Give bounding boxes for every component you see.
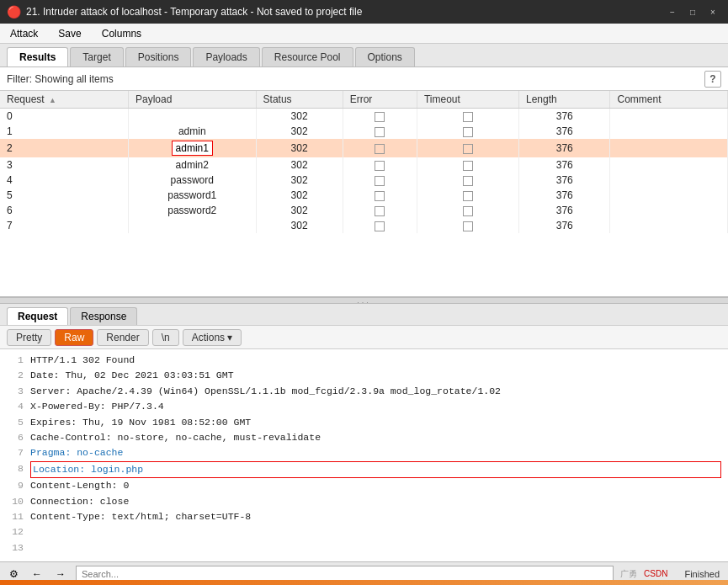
code-line: 5Expires: Thu, 19 Nov 1981 08:52:00 GMT	[7, 415, 721, 430]
tab-target[interactable]: Target	[70, 47, 123, 66]
cell-timeout	[417, 139, 518, 157]
cell-status: 302	[256, 203, 343, 218]
csdn-label: CSDN	[644, 569, 667, 578]
cell-timeout	[417, 203, 518, 218]
menu-attack[interactable]: Attack	[5, 26, 43, 41]
cell-request-id: 5	[0, 188, 128, 203]
top-panel: Results Target Positions Payloads Resour…	[0, 44, 728, 297]
menu-columns[interactable]: Columns	[97, 26, 146, 41]
table-row[interactable]: 6password2302376	[0, 203, 728, 218]
table-row[interactable]: 5password1302376	[0, 188, 728, 203]
tab-results[interactable]: Results	[7, 47, 68, 66]
table-row[interactable]: 3admin2302376	[0, 157, 728, 173]
table-row[interactable]: 4password302376	[0, 173, 728, 188]
table-row[interactable]: 2admin1302376	[0, 139, 728, 157]
filter-bar: Filter: Showing all items ?	[0, 67, 728, 91]
code-line: 12	[7, 524, 721, 540]
cell-length: 376	[518, 139, 610, 157]
req-tab-response[interactable]: Response	[70, 307, 137, 325]
status-right: 广勇 CSDN	[620, 568, 667, 580]
code-line: 4X-Powered-By: PHP/7.3.4	[7, 399, 721, 414]
cell-payload	[128, 218, 256, 233]
cell-comment	[610, 218, 728, 233]
cell-length: 376	[518, 109, 610, 125]
cell-error	[343, 139, 417, 157]
finished-label: Finished	[681, 569, 723, 579]
code-line: 10Connection: close	[7, 494, 721, 509]
progress-bar	[0, 580, 728, 585]
subtab-pretty[interactable]: Pretty	[7, 329, 51, 346]
cell-payload: admin1	[128, 139, 256, 157]
maximize-button[interactable]: □	[684, 5, 701, 19]
cell-timeout	[417, 218, 518, 233]
table-row[interactable]: 7302376	[0, 218, 728, 233]
watermark-text: 广勇	[620, 568, 637, 580]
title-bar: 🔴 21. Intruder attack of localhost - Tem…	[0, 0, 728, 24]
col-error: Error	[343, 91, 417, 109]
cell-comment	[610, 109, 728, 125]
cell-error	[343, 188, 417, 203]
subtab-render[interactable]: Render	[97, 329, 148, 346]
filter-label: Filter: Showing all items	[7, 73, 704, 85]
help-button[interactable]: ?	[704, 71, 721, 88]
code-line: 2Date: Thu, 02 Dec 2021 03:03:51 GMT	[7, 368, 721, 383]
chevron-down-icon: ▾	[227, 332, 232, 343]
menu-bar: Attack Save Columns	[0, 24, 728, 44]
cell-length: 376	[518, 203, 610, 218]
code-line: 7Pragma: no-cache	[7, 445, 721, 460]
tab-options[interactable]: Options	[355, 47, 415, 66]
close-button[interactable]: ×	[704, 5, 721, 19]
cell-comment	[610, 139, 728, 157]
cell-error	[343, 173, 417, 188]
cell-request-id: 1	[0, 124, 128, 139]
tab-payloads[interactable]: Payloads	[193, 47, 259, 66]
cell-comment	[610, 124, 728, 139]
cell-timeout	[417, 109, 518, 125]
cell-timeout	[417, 157, 518, 173]
col-request: Request ▲	[0, 91, 128, 109]
code-line: 6Cache-Control: no-store, no-cache, must…	[7, 430, 721, 445]
cell-error	[343, 109, 417, 125]
subtab-newline[interactable]: \n	[152, 329, 179, 346]
cell-request-id: 3	[0, 157, 128, 173]
cell-error	[343, 218, 417, 233]
cell-timeout	[417, 188, 518, 203]
cell-payload: admin	[128, 124, 256, 139]
cell-comment	[610, 188, 728, 203]
code-line: 8Location: login.php	[7, 461, 721, 478]
code-line: 3Server: Apache/2.4.39 (Win64) OpenSSL/1…	[7, 384, 721, 399]
cell-length: 376	[518, 218, 610, 233]
code-line: 13	[7, 540, 721, 556]
bottom-section: Request Response Pretty Raw Render \n Ac…	[0, 304, 728, 561]
cell-payload: admin2	[128, 157, 256, 173]
cell-payload: password	[128, 173, 256, 188]
table-row[interactable]: 1admin302376	[0, 124, 728, 139]
table-row[interactable]: 0302376	[0, 109, 728, 125]
subtab-raw[interactable]: Raw	[55, 329, 93, 346]
results-table[interactable]: Request ▲ Payload Status Error Timeout L…	[0, 91, 728, 297]
cell-request-id: 4	[0, 173, 128, 188]
actions-button[interactable]: Actions ▾	[183, 329, 242, 346]
progress-bar-container	[0, 580, 728, 585]
cell-payload: password2	[128, 203, 256, 218]
minimize-button[interactable]: −	[664, 5, 681, 19]
app-icon: 🔴	[7, 5, 21, 19]
cell-request-id: 0	[0, 109, 128, 125]
code-line: 1HTTP/1.1 302 Found	[7, 353, 721, 368]
cell-timeout	[417, 173, 518, 188]
col-length: Length	[518, 91, 610, 109]
cell-error	[343, 157, 417, 173]
col-status: Status	[256, 91, 343, 109]
cell-payload: password1	[128, 188, 256, 203]
tab-positions[interactable]: Positions	[125, 47, 192, 66]
cell-timeout	[417, 124, 518, 139]
req-tab-request[interactable]: Request	[7, 307, 68, 325]
cell-comment	[610, 173, 728, 188]
cell-status: 302	[256, 124, 343, 139]
menu-save[interactable]: Save	[53, 26, 86, 41]
tab-resource-pool[interactable]: Resource Pool	[262, 47, 353, 66]
status-bar: ⚙ ← → 广勇 CSDN Finished	[0, 561, 728, 585]
tab-bar: Results Target Positions Payloads Resour…	[0, 44, 728, 67]
cell-request-id: 2	[0, 139, 128, 157]
panel-divider[interactable]: ...	[0, 297, 728, 304]
